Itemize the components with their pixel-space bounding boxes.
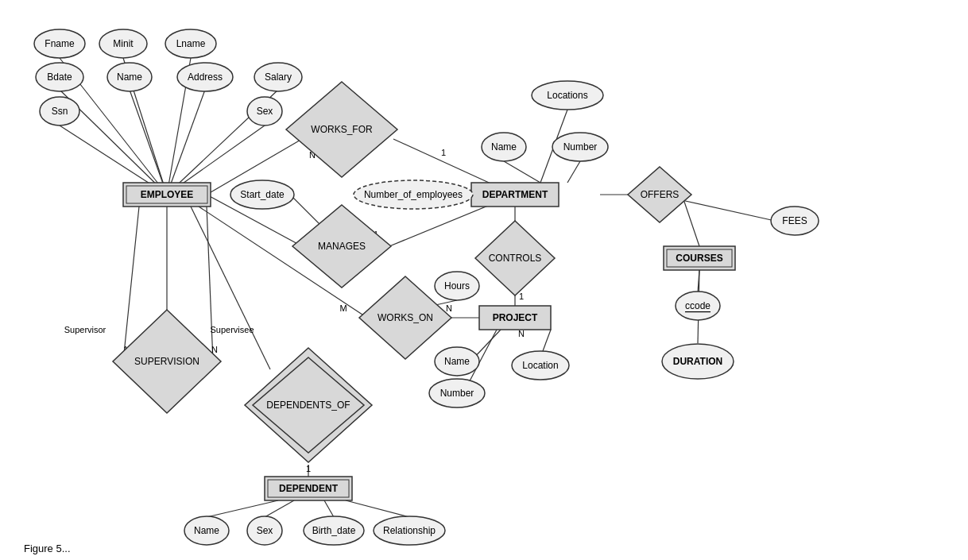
number-proj-label: Number xyxy=(440,388,474,399)
svg-line-22 xyxy=(207,207,213,361)
card-1-dependents: 1 xyxy=(306,464,311,473)
manages-label: MANAGES xyxy=(318,241,366,252)
svg-line-17 xyxy=(567,161,580,183)
sex-dep-label: Sex xyxy=(257,525,273,536)
name-dept-label: Name xyxy=(491,141,517,153)
offers-label: OFFERS xyxy=(641,189,680,200)
project-label: PROJECT xyxy=(493,312,538,323)
ccode-label: ccode xyxy=(685,300,711,311)
duration-label: DURATION xyxy=(673,356,722,367)
svg-line-33 xyxy=(682,200,775,221)
card-1-works-for: 1 xyxy=(441,148,446,157)
er-diagram-container: N 1 1 1 M N 1 N 1 N 1 N Supervisor Super… xyxy=(0,0,968,560)
svg-line-16 xyxy=(504,161,540,183)
works-for-label: WORKS_FOR xyxy=(311,124,373,135)
sex-emp-label: Sex xyxy=(257,106,273,117)
minit-label: Minit xyxy=(113,38,134,49)
number-dept-label: Number xyxy=(563,141,598,153)
svg-line-4 xyxy=(130,90,167,195)
dependent-label: DEPENDENT xyxy=(279,483,339,494)
courses-label: COURSES xyxy=(676,253,722,264)
num-emp-label: Number_of_employees xyxy=(364,189,463,200)
employee-label: EMPLOYEE xyxy=(141,189,194,200)
hours-label: Hours xyxy=(444,280,470,292)
supervision-label: SUPERVISION xyxy=(134,356,199,367)
card-n-works-on: N xyxy=(446,303,452,313)
er-diagram-svg: N 1 1 1 M N 1 N 1 N 1 N Supervisor Super… xyxy=(0,0,968,560)
name-emp-label: Name xyxy=(117,71,142,83)
dependents-of-label: DEPENDENTS_OF xyxy=(266,400,350,411)
location-proj-label: Location xyxy=(522,360,558,371)
birth-date-label: Birth_date xyxy=(312,525,356,536)
svg-line-38 xyxy=(324,500,334,517)
start-date-label: Start_date xyxy=(240,189,285,200)
address-label: Address xyxy=(188,71,223,83)
locations-label: Locations xyxy=(547,90,587,101)
name-proj-label: Name xyxy=(444,356,470,367)
fees-label: FEES xyxy=(782,215,807,226)
fname-label: Fname xyxy=(45,38,75,49)
svg-line-36 xyxy=(207,500,278,517)
lname-label: Lname xyxy=(176,38,206,49)
relationship-label: Relationship xyxy=(383,525,436,536)
svg-line-39 xyxy=(346,500,409,517)
svg-line-5 xyxy=(167,90,205,195)
figure-caption: Figure 5... xyxy=(24,543,71,554)
card-n-controls: N xyxy=(518,329,525,338)
name-dep-label: Name xyxy=(194,525,219,536)
controls-label: CONTROLS xyxy=(489,253,542,264)
works-on-label: WORKS_ON xyxy=(378,312,433,323)
bdate-label: Bdate xyxy=(47,71,72,83)
salary-label: Salary xyxy=(265,71,292,83)
card-1-controls: 1 xyxy=(519,292,524,301)
department-label: DEPARTMENT xyxy=(482,189,548,200)
label-supervisor: Supervisor xyxy=(64,325,106,334)
label-supervisee: Supervisee xyxy=(210,325,254,334)
card-m-works-on: M xyxy=(339,303,347,313)
ssn-label: Ssn xyxy=(52,106,68,117)
